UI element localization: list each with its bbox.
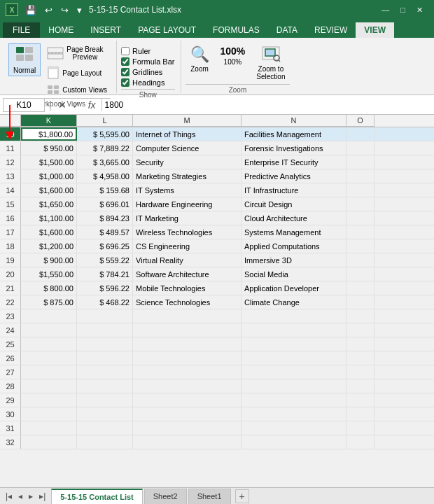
cell-m[interactable] [133,407,241,421]
zoom-to-selection-button[interactable]: Zoom toSelection [251,43,290,83]
redo-button[interactable]: ↪ [58,4,71,17]
cell-l[interactable]: $ 696.25 [77,239,133,253]
cell-m[interactable] [133,365,241,379]
cell-o[interactable] [346,127,374,141]
cell-n[interactable] [241,309,346,323]
cell-o[interactable] [346,225,374,239]
table-row[interactable]: 31 [0,421,434,435]
table-row[interactable]: 14$1,600.00$ 159.68IT SystemsIT Infrastr… [0,183,434,197]
cell-k[interactable] [21,379,77,393]
cell-l[interactable]: $ 696.01 [77,197,133,211]
cell-m[interactable] [133,337,241,351]
cell-l[interactable]: $ 784.21 [77,267,133,281]
col-header-k[interactable]: K [21,115,77,127]
cell-k[interactable] [21,309,77,323]
sheet-tab-sheet1[interactable]: Sheet1 [188,489,231,504]
tab-view[interactable]: VIEW [356,22,394,38]
cell-n[interactable] [241,393,346,407]
tab-review[interactable]: REVIEW [306,22,356,38]
table-row[interactable]: 18$1,200.00$ 696.25CS EngineeringApplied… [0,239,434,253]
cell-o[interactable] [346,393,374,407]
cell-k[interactable]: $1,200.00 [21,239,77,253]
tab-formulas[interactable]: FORMULAS [204,22,268,38]
cell-n[interactable]: Application Developer [241,281,346,295]
cell-o[interactable] [346,267,374,281]
cell-l[interactable]: $ 468.22 [77,295,133,309]
table-row[interactable]: 25 [0,337,434,351]
cell-n[interactable] [241,323,346,337]
formula-bar-checkbox[interactable] [121,57,130,66]
col-header-n[interactable]: N [241,115,346,127]
cell-n[interactable]: Enterprise IT Security [241,155,346,169]
minimize-button[interactable]: — [376,4,395,16]
cell-l[interactable] [77,421,133,435]
cell-m[interactable]: Science Technologies [133,295,241,309]
sheet-nav-last[interactable]: ▸| [36,491,48,501]
table-row[interactable]: 29 [0,393,434,407]
quick-access-dropdown[interactable]: ▾ [74,4,85,17]
tab-home[interactable]: HOME [40,22,82,38]
cell-o[interactable] [346,197,374,211]
cancel-formula-button[interactable]: ✕ [56,99,69,111]
cell-o[interactable] [346,281,374,295]
cell-o[interactable] [346,365,374,379]
cell-o[interactable] [346,239,374,253]
cell-l[interactable]: $ 894.23 [77,211,133,225]
cell-k[interactable]: $ 900.00 [21,253,77,267]
tab-page-layout[interactable]: PAGE LAYOUT [130,22,204,38]
add-sheet-button[interactable]: + [235,489,249,503]
cell-k[interactable]: $ 950.00 [21,141,77,155]
cell-l[interactable]: $ 489.57 [77,225,133,239]
cell-l[interactable] [77,407,133,421]
cell-k[interactable] [21,337,77,351]
maximize-button[interactable]: □ [395,4,411,16]
cell-k[interactable] [21,351,77,365]
cell-o[interactable] [346,155,374,169]
sheet-nav-next[interactable]: ▸ [26,491,36,501]
cell-l[interactable] [77,365,133,379]
cell-k[interactable] [21,365,77,379]
cell-m[interactable]: Software Architecture [133,267,241,281]
cell-l[interactable]: $ 3,665.00 [77,155,133,169]
cell-n[interactable] [241,337,346,351]
cell-m[interactable]: CS Engineering [133,239,241,253]
cell-m[interactable] [133,393,241,407]
tab-file[interactable]: FILE [3,22,40,38]
cell-n[interactable] [241,407,346,421]
cell-m[interactable]: Marketing Strategies [133,169,241,183]
cell-l[interactable]: $ 5,595.00 [77,127,133,141]
cell-m[interactable]: IT Systems [133,183,241,197]
cell-m[interactable]: Security [133,155,241,169]
custom-views-button[interactable]: Custom Views [43,83,111,97]
table-row[interactable]: 28 [0,379,434,393]
table-row[interactable]: 13$1,000.00$ 4,958.00Marketing Strategie… [0,169,434,183]
table-row[interactable]: 17$1,600.00$ 489.57Wireless Technologies… [0,225,434,239]
table-row[interactable]: 15$1,650.00$ 696.01Hardware EngineeringC… [0,197,434,211]
table-row[interactable]: 10$1,800.00$ 5,595.00Internet of ThingsF… [0,127,434,141]
cell-o[interactable] [346,183,374,197]
formula-input[interactable]: 1800 [102,99,431,111]
cell-l[interactable] [77,435,133,449]
page-layout-button[interactable]: Page Layout [43,64,111,81]
cell-m[interactable]: IT Marketing [133,211,241,225]
cell-n[interactable] [241,379,346,393]
cell-m[interactable] [133,421,241,435]
cell-o[interactable] [346,309,374,323]
cell-k[interactable]: $1,100.00 [21,211,77,225]
cell-m[interactable] [133,309,241,323]
cell-o[interactable] [346,323,374,337]
cell-k[interactable]: $1,500.00 [21,155,77,169]
cell-k[interactable] [21,407,77,421]
cell-l[interactable] [77,379,133,393]
cell-n[interactable]: Predictive Analytics [241,169,346,183]
cell-o[interactable] [346,295,374,309]
cell-l[interactable]: $ 4,958.00 [77,169,133,183]
headings-checkbox[interactable] [121,78,130,87]
table-row[interactable]: 20$1,550.00$ 784.21Software Architecture… [0,267,434,281]
cell-k[interactable]: $ 875.00 [21,295,77,309]
cell-k[interactable]: $1,800.00 [21,127,77,141]
zoom-100-button[interactable]: 100% 100% [216,43,251,68]
cell-n[interactable] [241,421,346,435]
cell-m[interactable]: Virtual Reality [133,253,241,267]
sheet-tab-sheet2[interactable]: Sheet2 [144,489,187,504]
